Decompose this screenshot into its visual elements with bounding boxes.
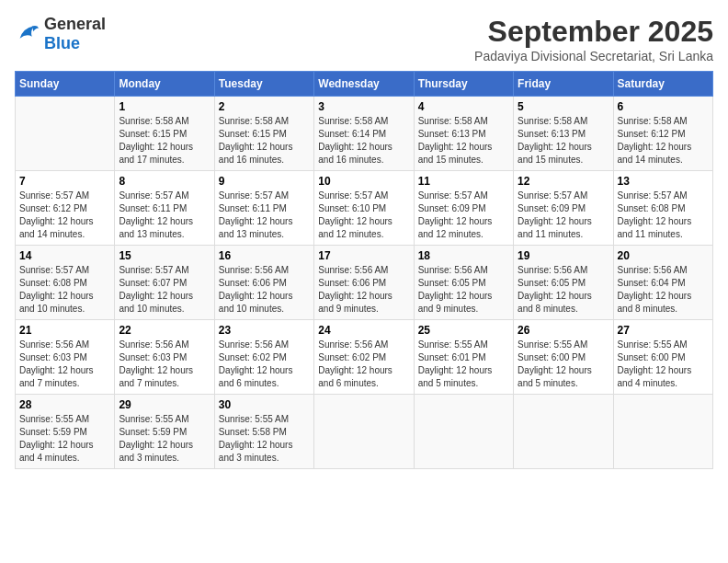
calendar-cell: 21Sunrise: 5:56 AM Sunset: 6:03 PM Dayli…: [16, 320, 115, 395]
header-day-thursday: Thursday: [414, 72, 513, 97]
logo-blue: Blue: [44, 34, 80, 52]
cell-info: Sunrise: 5:58 AM Sunset: 6:15 PM Dayligh…: [119, 115, 210, 167]
calendar-cell: 9Sunrise: 5:57 AM Sunset: 6:11 PM Daylig…: [214, 171, 313, 246]
cell-info: Sunrise: 5:58 AM Sunset: 6:15 PM Dayligh…: [219, 115, 310, 167]
day-number: 15: [119, 249, 210, 262]
day-number: 1: [119, 100, 210, 113]
day-number: 18: [418, 249, 509, 262]
cell-info: Sunrise: 5:57 AM Sunset: 6:09 PM Dayligh…: [518, 190, 609, 241]
day-number: 30: [219, 398, 310, 411]
header-row: SundayMondayTuesdayWednesdayThursdayFrid…: [16, 72, 713, 97]
calendar-cell: [16, 97, 115, 171]
day-number: 23: [219, 324, 310, 337]
cell-info: Sunrise: 5:56 AM Sunset: 6:05 PM Dayligh…: [518, 264, 609, 316]
cell-info: Sunrise: 5:58 AM Sunset: 6:13 PM Dayligh…: [518, 115, 609, 167]
cell-info: Sunrise: 5:58 AM Sunset: 6:12 PM Dayligh…: [618, 115, 709, 167]
day-number: 21: [19, 324, 110, 337]
cell-info: Sunrise: 5:56 AM Sunset: 6:05 PM Dayligh…: [418, 264, 509, 316]
day-number: 3: [318, 100, 409, 113]
calendar-cell: 25Sunrise: 5:55 AM Sunset: 6:01 PM Dayli…: [414, 320, 513, 395]
day-number: 7: [19, 175, 110, 188]
calendar-cell: 17Sunrise: 5:56 AM Sunset: 6:06 PM Dayli…: [314, 246, 414, 320]
calendar-cell: 13Sunrise: 5:57 AM Sunset: 6:08 PM Dayli…: [613, 171, 712, 246]
calendar-cell: 2Sunrise: 5:58 AM Sunset: 6:15 PM Daylig…: [214, 97, 313, 171]
calendar-cell: 6Sunrise: 5:58 AM Sunset: 6:12 PM Daylig…: [613, 97, 712, 171]
day-number: 8: [119, 175, 210, 188]
calendar-cell: 12Sunrise: 5:57 AM Sunset: 6:09 PM Dayli…: [514, 171, 613, 246]
cell-info: Sunrise: 5:56 AM Sunset: 6:03 PM Dayligh…: [19, 339, 110, 390]
subtitle: Padaviya Divisional Secretariat, Sri Lan…: [474, 49, 713, 63]
calendar-cell: 30Sunrise: 5:55 AM Sunset: 5:58 PM Dayli…: [214, 395, 313, 469]
calendar-cell: 16Sunrise: 5:56 AM Sunset: 6:06 PM Dayli…: [214, 246, 313, 320]
cell-info: Sunrise: 5:56 AM Sunset: 6:03 PM Dayligh…: [119, 339, 210, 390]
cell-info: Sunrise: 5:55 AM Sunset: 5:59 PM Dayligh…: [19, 413, 110, 465]
calendar-cell: 5Sunrise: 5:58 AM Sunset: 6:13 PM Daylig…: [514, 97, 613, 171]
cell-info: Sunrise: 5:55 AM Sunset: 6:00 PM Dayligh…: [518, 339, 609, 390]
day-number: 29: [119, 398, 210, 411]
calendar-cell: 14Sunrise: 5:57 AM Sunset: 6:08 PM Dayli…: [16, 246, 115, 320]
header: General Blue September 2025 Padaviya Div…: [15, 15, 713, 63]
cell-info: Sunrise: 5:55 AM Sunset: 5:59 PM Dayligh…: [119, 413, 210, 465]
calendar-cell: 18Sunrise: 5:56 AM Sunset: 6:05 PM Dayli…: [414, 246, 513, 320]
cell-info: Sunrise: 5:56 AM Sunset: 6:02 PM Dayligh…: [318, 339, 409, 390]
cell-info: Sunrise: 5:57 AM Sunset: 6:12 PM Dayligh…: [19, 190, 110, 241]
header-day-tuesday: Tuesday: [214, 72, 313, 97]
day-number: 24: [318, 324, 409, 337]
day-number: 22: [119, 324, 210, 337]
day-number: 13: [618, 175, 709, 188]
calendar-cell: 4Sunrise: 5:58 AM Sunset: 6:13 PM Daylig…: [414, 97, 513, 171]
cell-info: Sunrise: 5:55 AM Sunset: 6:01 PM Dayligh…: [418, 339, 509, 390]
calendar-cell: 26Sunrise: 5:55 AM Sunset: 6:00 PM Dayli…: [514, 320, 613, 395]
day-number: 17: [318, 249, 409, 262]
calendar-cell: 3Sunrise: 5:58 AM Sunset: 6:14 PM Daylig…: [314, 97, 414, 171]
day-number: 25: [418, 324, 509, 337]
day-number: 12: [518, 175, 609, 188]
calendar-cell: 28Sunrise: 5:55 AM Sunset: 5:59 PM Dayli…: [16, 395, 115, 469]
logo-general: General: [44, 15, 106, 33]
day-number: 14: [19, 249, 110, 262]
day-number: 20: [618, 249, 709, 262]
week-row-5: 28Sunrise: 5:55 AM Sunset: 5:59 PM Dayli…: [16, 395, 713, 469]
header-day-monday: Monday: [115, 72, 214, 97]
cell-info: Sunrise: 5:56 AM Sunset: 6:06 PM Dayligh…: [219, 264, 310, 316]
day-number: 10: [318, 175, 409, 188]
cell-info: Sunrise: 5:57 AM Sunset: 6:08 PM Dayligh…: [19, 264, 110, 316]
cell-info: Sunrise: 5:57 AM Sunset: 6:10 PM Dayligh…: [318, 190, 409, 241]
calendar-cell: 20Sunrise: 5:56 AM Sunset: 6:04 PM Dayli…: [613, 246, 712, 320]
calendar-cell: 8Sunrise: 5:57 AM Sunset: 6:11 PM Daylig…: [115, 171, 214, 246]
cell-info: Sunrise: 5:57 AM Sunset: 6:11 PM Dayligh…: [119, 190, 210, 241]
logo: General Blue: [15, 15, 106, 53]
cell-info: Sunrise: 5:57 AM Sunset: 6:08 PM Dayligh…: [618, 190, 709, 241]
day-number: 16: [219, 249, 310, 262]
cell-info: Sunrise: 5:57 AM Sunset: 6:09 PM Dayligh…: [418, 190, 509, 241]
cell-info: Sunrise: 5:58 AM Sunset: 6:13 PM Dayligh…: [418, 115, 509, 167]
calendar-cell: 7Sunrise: 5:57 AM Sunset: 6:12 PM Daylig…: [16, 171, 115, 246]
cell-info: Sunrise: 5:55 AM Sunset: 5:58 PM Dayligh…: [219, 413, 310, 465]
calendar-cell: [514, 395, 613, 469]
day-number: 27: [618, 324, 709, 337]
calendar-table: SundayMondayTuesdayWednesdayThursdayFrid…: [15, 71, 713, 469]
title-area: September 2025 Padaviya Divisional Secre…: [474, 15, 713, 63]
calendar-cell: 23Sunrise: 5:56 AM Sunset: 6:02 PM Dayli…: [214, 320, 313, 395]
logo-text: General Blue: [44, 15, 106, 53]
calendar-cell: 15Sunrise: 5:57 AM Sunset: 6:07 PM Dayli…: [115, 246, 214, 320]
day-number: 19: [518, 249, 609, 262]
cell-info: Sunrise: 5:56 AM Sunset: 6:04 PM Dayligh…: [618, 264, 709, 316]
week-row-2: 7Sunrise: 5:57 AM Sunset: 6:12 PM Daylig…: [16, 171, 713, 246]
day-number: 4: [418, 100, 509, 113]
header-day-sunday: Sunday: [16, 72, 115, 97]
logo-icon: [15, 21, 40, 47]
day-number: 28: [19, 398, 110, 411]
day-number: 9: [219, 175, 310, 188]
day-number: 26: [518, 324, 609, 337]
week-row-1: 1Sunrise: 5:58 AM Sunset: 6:15 PM Daylig…: [16, 97, 713, 171]
calendar-cell: 24Sunrise: 5:56 AM Sunset: 6:02 PM Dayli…: [314, 320, 414, 395]
calendar-cell: 22Sunrise: 5:56 AM Sunset: 6:03 PM Dayli…: [115, 320, 214, 395]
header-day-saturday: Saturday: [613, 72, 712, 97]
cell-info: Sunrise: 5:55 AM Sunset: 6:00 PM Dayligh…: [618, 339, 709, 390]
header-day-wednesday: Wednesday: [314, 72, 414, 97]
calendar-cell: [314, 395, 414, 469]
day-number: 11: [418, 175, 509, 188]
cell-info: Sunrise: 5:57 AM Sunset: 6:11 PM Dayligh…: [219, 190, 310, 241]
calendar-cell: 29Sunrise: 5:55 AM Sunset: 5:59 PM Dayli…: [115, 395, 214, 469]
